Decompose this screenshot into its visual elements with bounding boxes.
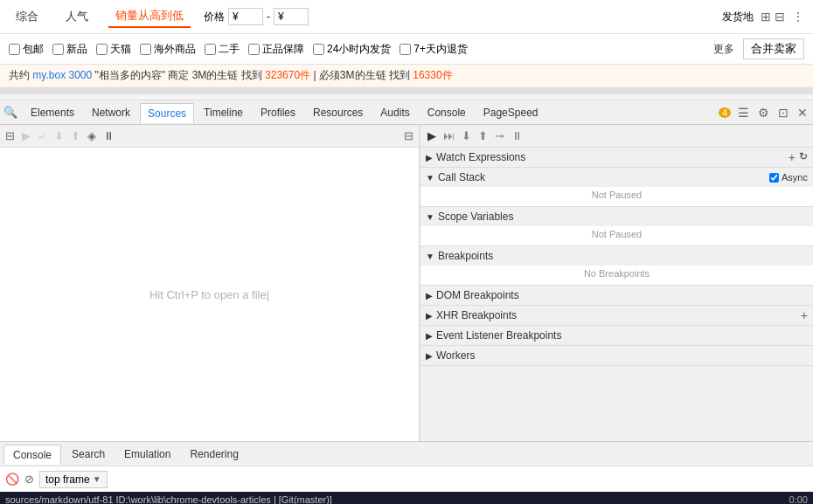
frame-label: top frame [45,473,90,486]
event-listener-arrow-icon: ▶ [426,331,433,341]
watch-expressions-header[interactable]: ▶ Watch Expressions + ↻ [420,148,813,167]
settings-icon[interactable]: ⚙ [756,104,771,121]
xhr-bp-arrow-icon: ▶ [426,311,433,321]
status-url: sources/markdown/utf-81 ID:\work\lib\chr… [5,494,789,504]
scope-variables-header[interactable]: ▼ Scope Variables [420,207,813,226]
price-max-input[interactable] [274,8,309,25]
checkbox-新品[interactable]: 新品 [52,42,87,57]
checkbox-二手[interactable]: 二手 [205,42,240,57]
tab-resources[interactable]: Resources [305,102,371,122]
nav-tab-综合[interactable]: 综合 [9,6,45,27]
call-stack-label: Call Stack [438,171,485,183]
step-into-debugger-icon[interactable]: ⬇ [460,128,473,144]
tab-profiles[interactable]: Profiles [253,102,303,122]
tab-console-bottom[interactable]: Console [3,445,61,465]
tab-pagespeed[interactable]: PageSpeed [476,102,546,122]
xhr-breakpoints-section: ▶ XHR Breakpoints + [420,306,813,326]
close-icon[interactable]: ✕ [796,104,810,121]
checkbox-海外[interactable]: 海外商品 [140,42,196,57]
breakpoints-section: ▼ Breakpoints No Breakpoints [420,246,813,286]
watch-arrow-icon: ▶ [426,153,433,162]
breakpoints-content: No Breakpoints [420,266,813,285]
horizontal-scrollbar[interactable] [0,87,813,94]
resume-debugger-icon[interactable]: ▶ [426,128,438,144]
debugger-toolbar: ▶ ⏭ ⬇ ⬆ ⊸ ⏸ [420,125,813,148]
async-label: Async [769,172,808,183]
workers-arrow-icon: ▶ [426,351,433,361]
status-time: 0:00 [789,494,808,504]
tab-rendering-bottom[interactable]: Rendering [181,445,247,464]
workers-label: Workers [436,349,475,362]
xhr-breakpoints-add-icon: + [801,308,808,322]
scope-variables-label: Scope Variables [438,211,514,223]
nav-tab-销量[interactable]: 销量从高到低 [108,5,191,28]
tab-search-bottom[interactable]: Search [63,445,114,464]
call-stack-arrow-icon: ▼ [426,173,434,183]
tab-console[interactable]: Console [420,102,474,122]
call-stack-header[interactable]: ▼ Call Stack Async [420,168,813,187]
dom-breakpoints-header[interactable]: ▶ DOM Breakpoints [420,286,813,305]
resume-icon[interactable]: ▶ [20,128,32,144]
combine-sellers-button[interactable]: 合并卖家 [743,38,804,59]
pause-debugger-icon[interactable]: ⏸ [510,128,525,144]
bottom-bar: Console Search Emulation Rendering [0,441,813,466]
tab-sources[interactable]: Sources [140,103,194,123]
more-button[interactable]: 更多 [713,42,734,57]
cursor: | [267,288,269,301]
add-xhr-icon[interactable]: + [801,308,808,322]
frame-arrow-icon: ▼ [93,474,101,484]
workers-section: ▶ Workers [420,346,813,366]
checkbox-7days[interactable]: 7+天内退货 [400,42,468,57]
tab-elements[interactable]: Elements [23,102,82,122]
scope-not-paused: Not Paused [592,229,642,239]
price-min-input[interactable] [228,8,263,25]
no-breakpoints-text: No Breakpoints [584,268,650,279]
step-out-debugger-icon[interactable]: ⬆ [476,128,490,144]
search-icon[interactable]: 🔍 [3,106,17,119]
deactivate-debugger-icon[interactable]: ⊸ [493,128,506,144]
pause-on-exceptions-icon[interactable]: ⏸ [101,128,116,144]
price-control: 价格 - [204,8,309,25]
checkbox-正品[interactable]: 正品保障 [248,42,304,57]
async-checkbox[interactable] [769,173,779,183]
more-icon[interactable]: ⋮ [792,10,804,24]
deactivate-breakpoints-icon[interactable]: ◈ [86,128,98,144]
dock-icon[interactable]: ⊡ [776,104,790,121]
tab-emulation-bottom[interactable]: Emulation [115,445,179,464]
refresh-watch-icon[interactable]: ↻ [799,150,808,164]
product-text: 共约 my.box 3000 "相当多的内容" 商定 3M的生链 找到 3236… [9,69,453,81]
checkbox-24h[interactable]: 24小时内发货 [313,42,391,57]
grid-icon[interactable]: ⊞ ⊟ [761,10,785,24]
add-watch-icon[interactable]: + [789,150,796,164]
devtools-header: 🔍 Elements Network Sources Timeline Prof… [0,100,813,125]
xhr-breakpoints-header[interactable]: ▶ XHR Breakpoints + [420,306,813,325]
checkbox-天猫[interactable]: 天猫 [96,42,131,57]
nav-row: 综合 人气 销量从高到低 价格 - 发货地 ⊞ ⊟ ⋮ [0,0,813,34]
step-into-icon[interactable]: ⬇ [52,128,66,144]
sources-main-area: Hit Ctrl+P to open a file | [0,148,419,441]
breakpoints-header[interactable]: ▼ Breakpoints [420,246,813,266]
tab-timeline[interactable]: Timeline [196,102,251,122]
step-over-debugger-icon[interactable]: ⏭ [441,128,456,144]
checkbox-包邮[interactable]: 包邮 [9,42,44,57]
clear-console-icon[interactable]: 🚫 [5,473,19,486]
dom-bp-arrow-icon: ▶ [426,291,433,300]
sidebar-toggle-icon[interactable]: ⊟ [3,128,17,144]
shipping-tab[interactable]: 发货地 [722,10,754,24]
call-stack-section: ▼ Call Stack Async Not Paused [420,168,813,207]
event-listener-header[interactable]: ▶ Event Listener Breakpoints [420,326,813,345]
step-over-icon[interactable]: ⤾ [36,128,49,144]
workers-header[interactable]: ▶ Workers [420,346,813,365]
frame-selector[interactable]: top frame ▼ [39,471,108,488]
filter-console-icon[interactable]: ⊘ [24,473,34,486]
error-count-badge[interactable]: 4 [719,107,731,118]
tab-audits[interactable]: Audits [372,102,417,122]
step-out-icon[interactable]: ⬆ [69,128,82,144]
format-icon[interactable]: ☰ [736,104,751,121]
watch-expressions-section: ▶ Watch Expressions + ↻ [420,148,813,168]
nav-tab-人气[interactable]: 人气 [59,6,95,27]
price-tab-label[interactable]: 价格 [204,10,225,24]
tab-network[interactable]: Network [84,102,138,122]
open-file-hint: Hit Ctrl+P to open a file [149,288,267,301]
drawer-icon[interactable]: ⊟ [402,128,415,144]
